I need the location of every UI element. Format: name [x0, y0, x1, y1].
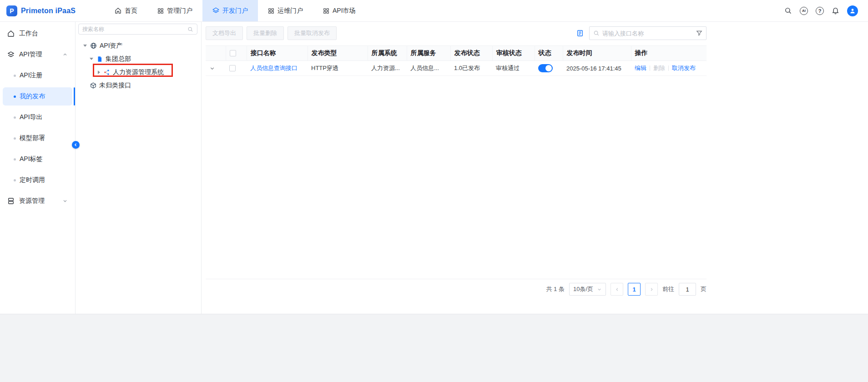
sidebar-item-label: 我的发布 [20, 92, 45, 101]
toolbar-right [576, 26, 707, 40]
cell-checkbox [226, 61, 247, 76]
header-publish-status: 发布状态 [450, 46, 492, 61]
sidebar-item-workbench[interactable]: 工作台 [3, 25, 72, 43]
api-search-input[interactable] [602, 30, 693, 37]
topbar-right: AI ? [784, 0, 868, 21]
unpublish-link[interactable]: 取消发布 [672, 64, 696, 72]
background-area [0, 314, 868, 382]
cell-publish-status: 1.0已发布 [450, 61, 492, 76]
nav-label: 管理门户 [167, 7, 192, 15]
cube-icon [90, 82, 96, 89]
api-name-link[interactable]: 人员信息查询接口 [250, 65, 298, 71]
page-size-select[interactable]: 10条/页 [569, 283, 606, 296]
nav-item-ops-portal[interactable]: 运维门户 [258, 0, 313, 21]
expand-arrow-icon[interactable] [96, 70, 101, 75]
expand-arrow-icon[interactable] [89, 57, 94, 61]
prev-page-button[interactable] [611, 283, 623, 296]
api-table: 接口名称 发布类型 所属系统 所属服务 发布状态 审核状态 状态 发布时间 操作 [206, 45, 707, 76]
chevron-left-icon [615, 287, 620, 292]
nav-item-home[interactable]: 首页 [105, 0, 147, 21]
sidebar-item-my-publish[interactable]: 我的发布 [3, 87, 72, 106]
workbench-icon [7, 30, 15, 37]
tree-search-box [78, 24, 197, 35]
system-icon [104, 69, 110, 75]
chevron-down-icon [597, 287, 602, 292]
sidebar-item-resource-management[interactable]: 资源管理 [3, 192, 72, 210]
ai-assistant-icon[interactable]: AI [800, 7, 808, 15]
row-checkbox[interactable] [229, 65, 236, 71]
bullet-icon [14, 96, 16, 98]
header-publish-type: 发布类型 [308, 46, 368, 61]
empty-space [206, 76, 707, 279]
sidebar-item-api-tags[interactable]: API标签 [3, 150, 72, 168]
help-icon[interactable]: ? [816, 7, 824, 15]
tree-node-label: 未归类接口 [99, 81, 131, 90]
current-page-button[interactable]: 1 [628, 283, 641, 296]
tree-node-label: 集团总部 [106, 55, 131, 63]
header-api-name: 接口名称 [247, 46, 308, 61]
sidebar-collapse-button[interactable] [72, 141, 80, 149]
select-all-checkbox[interactable] [230, 50, 236, 56]
grid-icon [157, 8, 164, 14]
page-unit-label: 页 [701, 285, 707, 293]
sidebar-item-model-deploy[interactable]: 模型部署 [3, 129, 72, 147]
home-icon [115, 7, 121, 14]
current-page-number: 1 [632, 286, 636, 293]
goto-page-input[interactable] [679, 283, 696, 296]
nav-item-dev-portal[interactable]: 开发门户 [202, 0, 258, 21]
nav-item-api-market[interactable]: API市场 [313, 0, 366, 21]
expand-arrow-placeholder [83, 83, 87, 88]
doc-export-button[interactable]: 文档导出 [206, 26, 243, 40]
cell-expand [206, 61, 226, 76]
header-operations: 操作 [631, 46, 707, 61]
brand-logo-icon: P [6, 5, 17, 16]
status-toggle[interactable] [538, 64, 553, 72]
expand-arrow-icon[interactable] [83, 44, 87, 48]
row-expand-icon[interactable] [209, 65, 215, 71]
sidebar-item-label: 资源管理 [19, 197, 45, 205]
nav-label: API市场 [333, 7, 356, 15]
nav-item-admin-portal[interactable]: 管理门户 [147, 0, 202, 21]
divider [650, 65, 650, 71]
cell-publish-time: 2025-05-16 17:41:45 [563, 61, 631, 76]
bell-icon[interactable] [832, 7, 839, 15]
sidebar-item-scheduled-call[interactable]: 定时调用 [3, 171, 72, 189]
sidebar-item-api-register[interactable]: API注册 [3, 66, 72, 85]
sidebar-item-label: 定时调用 [20, 176, 45, 184]
tree-node-api-assets[interactable]: API资产 [78, 39, 197, 52]
sidebar-item-api-management[interactable]: API管理 [3, 45, 72, 64]
tree-node-group-hq[interactable]: 集团总部 [78, 52, 197, 65]
sidebar-item-label: 工作台 [19, 30, 38, 38]
active-item-indicator [74, 87, 75, 106]
edit-link[interactable]: 编辑 [635, 64, 646, 72]
bullet-icon [14, 179, 16, 181]
api-tree-panel: API资产 集团总部 人力资源管理系统 未归类接口 [76, 22, 202, 314]
next-page-button[interactable] [645, 283, 658, 296]
delete-link[interactable]: 删除 [653, 64, 665, 72]
header-status: 状态 [535, 46, 563, 61]
goto-label: 前往 [662, 285, 674, 293]
filter-funnel-icon[interactable] [696, 30, 702, 36]
bulk-unpublish-button[interactable]: 批量取消发布 [288, 26, 337, 40]
list-icon[interactable] [576, 30, 584, 37]
cell-system: 人力资源... [368, 61, 407, 76]
header-audit-status: 审核状态 [492, 46, 535, 61]
tree-search-input[interactable] [82, 26, 187, 32]
tree-node-unclassified[interactable]: 未归类接口 [78, 79, 197, 92]
header-publish-time: 发布时间 [563, 46, 631, 61]
search-icon[interactable] [187, 26, 193, 32]
sidebar-item-label: API注册 [20, 71, 43, 80]
api-management-icon [7, 51, 15, 58]
brand-name: Primeton iPaaS [21, 7, 76, 15]
layers-icon [212, 7, 219, 14]
cell-publish-type: HTTP穿透 [308, 61, 368, 76]
tree-node-label: 人力资源管理系统 [113, 68, 164, 76]
brand[interactable]: P Primeton iPaaS [0, 0, 105, 21]
top-navigation: 首页 管理门户 开发门户 运维门户 API市场 [105, 0, 366, 21]
search-icon[interactable] [784, 7, 792, 15]
sidebar-item-api-export[interactable]: API导出 [3, 108, 72, 126]
bulk-delete-button[interactable]: 批量删除 [247, 26, 284, 40]
user-avatar[interactable] [847, 5, 858, 16]
page-size-value: 10条/页 [573, 285, 593, 293]
tree-node-hr-system[interactable]: 人力资源管理系统 [78, 65, 197, 79]
